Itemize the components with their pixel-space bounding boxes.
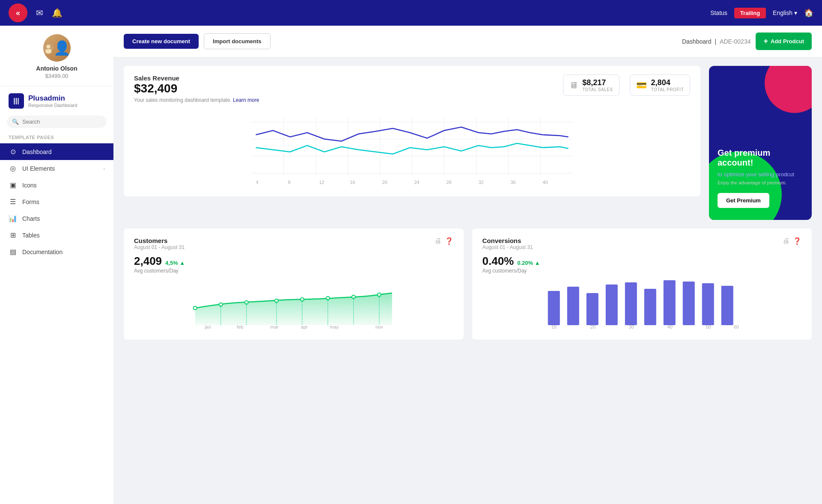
sales-chart: 4 8 12 16 20 24 28 32 36 40	[134, 109, 690, 188]
conversions-title: Conversions	[482, 237, 533, 244]
print-icon[interactable]: 🖨	[435, 237, 441, 245]
content-body: Sales Revenue $32,409 Your sales monitor…	[113, 57, 822, 504]
profit-icon: 💳	[636, 80, 647, 90]
svg-text:24: 24	[414, 180, 420, 185]
language-selector[interactable]: English ▾	[773, 9, 797, 16]
svg-text:32: 32	[479, 180, 484, 185]
sidebar-profile: Antonio Olson $3499.00	[0, 26, 113, 86]
learn-more-link[interactable]: Learn more	[233, 97, 259, 103]
sidebar-item-label: Dashboard	[22, 148, 105, 155]
premium-description: Enjoy the advantage of premium.	[718, 180, 803, 185]
svg-text:50: 50	[706, 324, 711, 329]
search-bar[interactable]: 🔍	[7, 116, 107, 128]
conversions-sublabel: Avg customers/Day	[482, 268, 802, 274]
trailing-badge[interactable]: Trailing	[734, 8, 766, 18]
avatar	[43, 34, 71, 62]
svg-rect-54	[663, 280, 675, 325]
sidebar-item-label: Icons	[22, 182, 105, 189]
svg-text:12: 12	[319, 180, 325, 185]
import-documents-button[interactable]: Import documents	[204, 33, 270, 49]
top-row: Sales Revenue $32,409 Your sales monitor…	[124, 66, 812, 220]
sidebar-item-dashboard[interactable]: ⊙ Dashboard	[0, 143, 113, 160]
sidebar-item-ui-elements[interactable]: ◎ UI Elements ›	[0, 160, 113, 177]
svg-rect-3	[45, 49, 51, 53]
svg-text:36: 36	[511, 180, 516, 185]
svg-point-1	[46, 45, 50, 49]
svg-text:8: 8	[288, 180, 291, 185]
total-sales-label: TOTAL SALES	[582, 87, 613, 92]
create-document-button[interactable]: Create new document	[124, 34, 199, 49]
get-premium-button[interactable]: Get Premium	[718, 193, 769, 208]
svg-rect-52	[625, 282, 637, 325]
ui-elements-icon: ◎	[9, 164, 17, 172]
customers-card-actions: 🖨 ❓	[435, 237, 453, 245]
svg-rect-48	[548, 291, 560, 325]
help-icon[interactable]: ❓	[793, 237, 801, 245]
search-input[interactable]	[22, 119, 101, 125]
sales-metrics: 🖥 $8,217 TOTAL SALES 💳 2,804	[563, 74, 690, 96]
sidebar-item-label: Tables	[22, 232, 105, 239]
brand-text: Plusadmin Responsive Dashboard	[28, 94, 77, 108]
total-sales-value: $8,217	[582, 78, 613, 87]
main-layout: Antonio Olson $3499.00 ||| Plusadmin Res…	[0, 26, 822, 504]
brand-subtitle: Responsive Dashboard	[28, 103, 77, 108]
sales-subtitle: Your sales monitoring dashboard template…	[134, 97, 259, 103]
svg-text:nov: nov	[375, 324, 383, 329]
search-icon: 🔍	[12, 119, 19, 125]
customers-sublabel: Avg customers/Day	[134, 268, 453, 274]
customers-card-header: Customers August 01 - August 31 🖨 ❓	[134, 237, 453, 254]
topbar-right: Status Trailing English ▾ 🏠	[710, 8, 813, 18]
premium-card: Get premium account! to optimize your se…	[709, 66, 812, 220]
charts-icon: 📊	[9, 214, 17, 222]
sidebar-item-label: Forms	[22, 199, 105, 205]
breadcrumb-separator: |	[715, 38, 716, 45]
bell-icon[interactable]: 🔔	[52, 8, 63, 18]
breadcrumb-home: Dashboard	[682, 38, 712, 45]
breadcrumb: Dashboard | ADE-00234	[682, 38, 751, 45]
conversions-card-actions: 🖨 ❓	[783, 237, 801, 245]
tables-icon: ⊞	[9, 231, 17, 239]
customers-area-chart: jan feb mar apr may nov	[134, 278, 453, 329]
sales-line-chart: 4 8 12 16 20 24 28 32 36 40	[134, 109, 690, 186]
total-sales-metric: 🖥 $8,217 TOTAL SALES	[563, 74, 619, 96]
svg-text:20: 20	[382, 180, 387, 185]
conversions-bar-chart: 10 20 30 40 50 60	[482, 278, 802, 329]
mail-icon[interactable]: ✉	[36, 8, 43, 18]
svg-text:apr: apr	[301, 324, 308, 329]
help-icon[interactable]: ❓	[445, 237, 453, 245]
customers-card: Customers August 01 - August 31 🖨 ❓ 2,40…	[124, 228, 464, 340]
content-area: Create new document Import documents Das…	[113, 26, 822, 504]
print-icon[interactable]: 🖨	[783, 237, 789, 245]
brand-name: Plusadmin	[28, 94, 77, 103]
conversions-change: 0.20% ▲	[517, 260, 540, 266]
svg-text:may: may	[330, 324, 339, 329]
topbar-icons: ✉ 🔔	[36, 8, 63, 18]
conversions-card-header: Conversions August 01 - August 31 🖨 ❓	[482, 237, 802, 254]
svg-rect-53	[644, 289, 656, 325]
conversions-card: Conversions August 01 - August 31 🖨 ❓ 0.…	[472, 228, 812, 340]
forms-icon: ☰	[9, 198, 17, 206]
status-label: Status	[710, 9, 727, 16]
brand-section: ||| Plusadmin Responsive Dashboard	[0, 86, 113, 112]
sidebar-item-label: UI Elements	[22, 165, 98, 172]
topbar: « ✉ 🔔 Status Trailing English ▾ 🏠	[0, 0, 822, 26]
sidebar-item-icons[interactable]: ▣ Icons	[0, 177, 113, 193]
profile-balance: $3499.00	[45, 73, 68, 79]
home-icon[interactable]: 🏠	[804, 8, 813, 18]
sidebar-item-charts[interactable]: 📊 Charts	[0, 210, 113, 227]
premium-decoration-pink	[765, 66, 812, 113]
sidebar-item-forms[interactable]: ☰ Forms	[0, 193, 113, 210]
sidebar: Antonio Olson $3499.00 ||| Plusadmin Res…	[0, 26, 113, 504]
total-profit-label: TOTAL PROFIT	[651, 87, 684, 92]
svg-text:4: 4	[256, 180, 259, 185]
sidebar-toggle-button[interactable]: «	[9, 3, 27, 22]
sidebar-item-documentation[interactable]: ▤ Documentation	[0, 243, 113, 260]
premium-subtitle: to optimize your selling prodcut	[718, 171, 803, 178]
brand-icon: |||	[9, 93, 24, 109]
svg-text:10: 10	[551, 324, 556, 329]
svg-text:16: 16	[350, 180, 355, 185]
add-product-button[interactable]: + Add Prodcut	[756, 33, 812, 50]
sidebar-item-tables[interactable]: ⊞ Tables	[0, 227, 113, 243]
sales-amount: $32,409	[134, 82, 259, 95]
svg-rect-49	[567, 287, 579, 325]
